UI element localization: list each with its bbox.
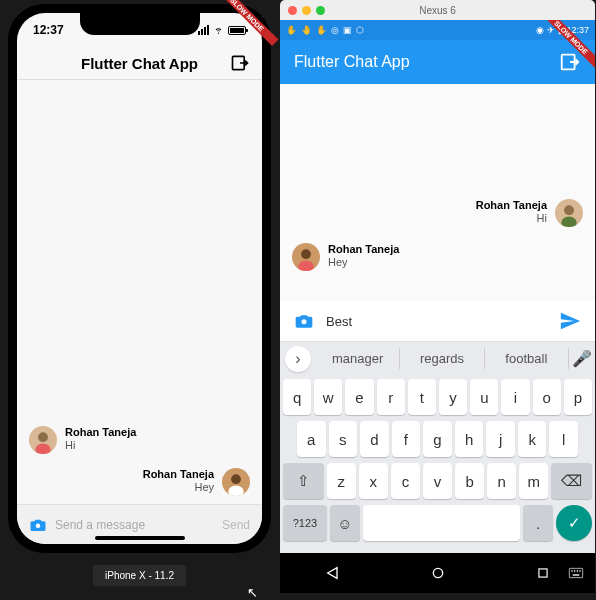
key-symbols[interactable]: ?123 xyxy=(283,505,327,541)
exit-icon[interactable] xyxy=(559,51,581,73)
message-content: Rohan Taneja Hey xyxy=(328,243,399,268)
sender-name: Rohan Taneja xyxy=(328,243,399,255)
mic-icon[interactable]: 🎤 xyxy=(569,349,595,368)
key-n[interactable]: n xyxy=(487,463,516,499)
key-emoji[interactable]: ☺ xyxy=(330,505,360,541)
android-screen: SLOW MODE ✋🤚✋ ◎▣⬡ ◉✈ ▮12:37 Flutter Chat… xyxy=(280,20,595,593)
key-g[interactable]: g xyxy=(423,421,452,457)
android-input-bar: Best xyxy=(280,301,595,341)
nav-home-icon[interactable] xyxy=(429,564,447,582)
message-input[interactable]: Best xyxy=(326,314,547,329)
suggestion[interactable]: manager xyxy=(316,348,400,369)
suggestion[interactable]: regards xyxy=(400,348,484,369)
nav-recent-icon[interactable] xyxy=(534,564,552,582)
window-controls[interactable] xyxy=(280,6,325,15)
android-status-bar: ✋🤚✋ ◎▣⬡ ◉✈ ▮12:37 xyxy=(280,20,595,40)
key-y[interactable]: y xyxy=(439,379,467,415)
circle-icon: ◉ xyxy=(536,25,544,35)
max-dot[interactable] xyxy=(316,6,325,15)
key-h[interactable]: h xyxy=(455,421,484,457)
message-content: Rohan Taneja Hi xyxy=(65,426,136,451)
message-content: Rohan Taneja Hey xyxy=(143,468,214,493)
key-p[interactable]: p xyxy=(564,379,592,415)
emulator-titlebar: Nexus 6 xyxy=(280,0,595,20)
key-i[interactable]: i xyxy=(501,379,529,415)
key-m[interactable]: m xyxy=(519,463,548,499)
ios-title: Flutter Chat App xyxy=(81,55,198,72)
keyboard: q w e r t y u i o p a s d f g h j k l xyxy=(280,375,595,553)
message-body: Hi xyxy=(65,439,136,451)
message-content: Rohan Taneja Hi xyxy=(476,199,547,224)
emulator-name: Nexus 6 xyxy=(419,5,456,16)
key-e[interactable]: e xyxy=(345,379,373,415)
chat-message: Rohan Taneja Hey xyxy=(292,243,399,271)
suggestion[interactable]: football xyxy=(485,348,569,369)
message-body: Hey xyxy=(328,256,399,268)
key-q[interactable]: q xyxy=(283,379,311,415)
message-body: Hi xyxy=(476,212,547,224)
notch xyxy=(80,13,200,35)
ios-chat-area: Rohan Taneja Hi Rohan Taneja Hey xyxy=(17,80,262,504)
mouse-cursor: ↖ xyxy=(247,585,258,600)
svg-point-2 xyxy=(35,444,50,455)
svg-point-1 xyxy=(38,432,48,442)
chevron-right-icon[interactable]: › xyxy=(285,346,311,372)
key-u[interactable]: u xyxy=(470,379,498,415)
key-shift[interactable]: ⇧ xyxy=(283,463,324,499)
svg-point-9 xyxy=(301,249,311,259)
nav-back-icon[interactable] xyxy=(324,564,342,582)
key-k[interactable]: k xyxy=(518,421,547,457)
key-b[interactable]: b xyxy=(455,463,484,499)
key-enter[interactable]: ✓ xyxy=(556,505,592,541)
camera-icon[interactable] xyxy=(29,516,47,534)
min-dot[interactable] xyxy=(302,6,311,15)
android-chat-area: Rohan Taneja Hi Rohan Taneja Hey xyxy=(280,84,595,301)
key-l[interactable]: l xyxy=(549,421,578,457)
android-emulator: Nexus 6 SLOW MODE ✋🤚✋ ◎▣⬡ ◉✈ ▮12:37 Flut… xyxy=(280,0,595,593)
key-a[interactable]: a xyxy=(297,421,326,457)
key-w[interactable]: w xyxy=(314,379,342,415)
message-input[interactable]: Send a message xyxy=(55,518,214,532)
camera-icon[interactable] xyxy=(294,311,314,331)
hand-icon: 🤚 xyxy=(301,25,312,35)
svg-point-12 xyxy=(433,568,442,577)
key-s[interactable]: s xyxy=(329,421,358,457)
svg-rect-15 xyxy=(571,570,572,571)
avatar xyxy=(555,199,583,227)
svg-rect-13 xyxy=(538,569,546,577)
key-f[interactable]: f xyxy=(392,421,421,457)
keyboard-row: a s d f g h j k l xyxy=(283,421,592,457)
svg-point-8 xyxy=(561,217,576,228)
key-backspace[interactable]: ⌫ xyxy=(551,463,592,499)
keyboard-suggestions: › manager regards football 🎤 xyxy=(280,341,595,375)
keyboard-row: q w e r t y u i o p xyxy=(283,379,592,415)
app-icon: ⬡ xyxy=(356,25,364,35)
iphone-screen: 12:37 Flutter Chat App Rohan Taneja Hi xyxy=(17,13,262,544)
key-c[interactable]: c xyxy=(391,463,420,499)
key-v[interactable]: v xyxy=(423,463,452,499)
svg-rect-18 xyxy=(579,570,580,571)
avatar xyxy=(222,468,250,496)
key-j[interactable]: j xyxy=(486,421,515,457)
ios-app-bar: Flutter Chat App xyxy=(17,47,262,80)
key-space[interactable] xyxy=(363,505,520,541)
key-o[interactable]: o xyxy=(533,379,561,415)
key-x[interactable]: x xyxy=(359,463,388,499)
send-icon[interactable] xyxy=(559,310,581,332)
key-d[interactable]: d xyxy=(360,421,389,457)
close-dot[interactable] xyxy=(288,6,297,15)
key-period[interactable]: . xyxy=(523,505,553,541)
message-body: Hey xyxy=(143,481,214,493)
key-r[interactable]: r xyxy=(377,379,405,415)
svg-point-4 xyxy=(228,486,243,497)
chat-message: Rohan Taneja Hi xyxy=(29,426,136,454)
send-button[interactable]: Send xyxy=(222,518,250,532)
android-title: Flutter Chat App xyxy=(294,53,410,71)
exit-icon[interactable] xyxy=(230,53,250,73)
home-indicator[interactable] xyxy=(95,536,185,540)
svg-point-11 xyxy=(302,319,307,324)
key-t[interactable]: t xyxy=(408,379,436,415)
nav-keyboard-icon[interactable] xyxy=(567,564,585,582)
app-icon: ▣ xyxy=(343,25,352,35)
key-z[interactable]: z xyxy=(327,463,356,499)
